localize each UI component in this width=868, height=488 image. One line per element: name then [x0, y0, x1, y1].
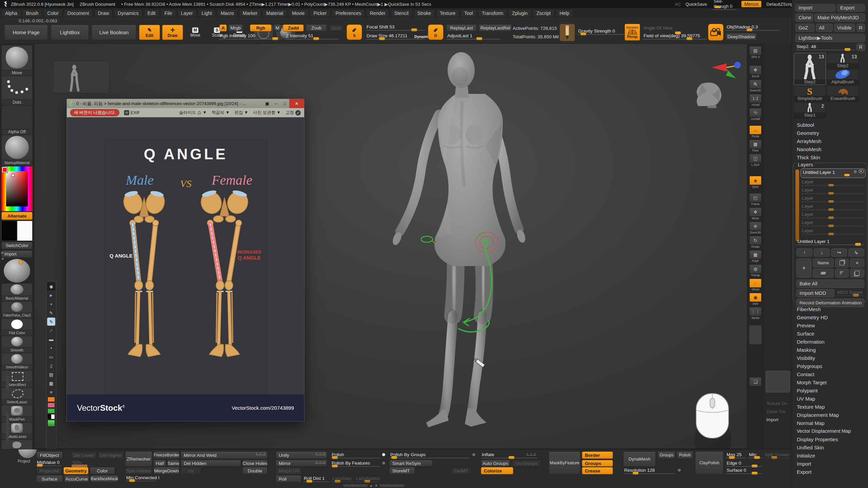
anno-trash-icon[interactable]: ▯ — [47, 362, 55, 370]
main-color-swatch[interactable] — [1, 221, 17, 241]
default-zscript-button[interactable]: DefaultZScript — [766, 2, 794, 7]
uv-groups-button[interactable]: Uv Groups — [512, 460, 541, 467]
polish-by-features-slider[interactable]: Polish By Features — [331, 461, 380, 467]
viewer-title-bar[interactable]: 0 - 비율, 리듬 > female-and-male-skeleton-di… — [67, 99, 304, 108]
same-button[interactable]: Same — [167, 460, 179, 467]
divider-grip[interactable] — [6, 412, 9, 443]
tool-thumb-step2[interactable]: 13Step2 — [827, 53, 859, 69]
strip-clone-txtr[interactable]: Clone Txtr — [766, 409, 786, 414]
section-surface[interactable]: Surface — [797, 331, 814, 337]
mirror-button[interactable]: MirrorX Y Z — [276, 460, 327, 467]
startup-material-thumb[interactable]: StartupMaterial — [1, 135, 33, 166]
anno-dot-icon[interactable]: • — [47, 344, 55, 352]
mid-value-slider[interactable]: MidValue 0 — [36, 460, 62, 467]
project-all-button[interactable]: ProjectAll — [36, 467, 62, 474]
layer-eye-icon[interactable] — [859, 169, 864, 173]
polish-by-features-toggle[interactable] — [382, 461, 386, 465]
layer-merge-button[interactable] — [813, 269, 834, 278]
roll-button[interactable]: Roll — [276, 475, 301, 483]
rotate-3d-button[interactable]: ↻Rotate — [749, 236, 762, 248]
viewer-minimize-button[interactable]: – — [272, 101, 280, 106]
edge-slider[interactable]: Edge 0 — [726, 461, 762, 467]
menu-macro[interactable]: Macro — [217, 9, 238, 17]
menu-preferences[interactable]: Preferences — [332, 9, 364, 17]
auto-groups-button[interactable]: Auto Groups — [481, 460, 510, 467]
head-bust-model[interactable] — [697, 82, 722, 108]
menu-render[interactable]: Render — [366, 9, 389, 17]
menu-zscript[interactable]: Zscript — [533, 9, 554, 17]
groups-button[interactable]: Groups — [582, 460, 613, 467]
material-basic-thumb[interactable]: BasicMaterial — [1, 283, 33, 301]
xpose-button[interactable]: ⋮⋮Xpose — [749, 307, 762, 320]
draw-button[interactable]: ✛Draw — [162, 25, 183, 40]
layer-row-3[interactable]: Layer — [802, 196, 864, 202]
doc-icon-button[interactable]: ❏ — [749, 377, 762, 386]
clay-polish-button[interactable]: ClayPolish — [695, 451, 724, 474]
make-polymesh3d-button[interactable]: Make PolyMesh3D — [814, 14, 865, 22]
quicksave-button[interactable]: QuickSave — [686, 2, 707, 7]
active-layer-dot[interactable] — [844, 174, 850, 176]
layer-new-button[interactable]: + — [796, 259, 811, 278]
del-hidden-button[interactable]: Del Hidden — [181, 460, 241, 467]
sdiv-slider[interactable]: SDiv — [71, 460, 97, 467]
layer-redo-button[interactable]: ↪ — [831, 248, 847, 257]
render-camera-button[interactable] — [708, 24, 724, 41]
female-model[interactable] — [391, 52, 527, 427]
fill-object-button[interactable]: FillObject — [36, 451, 63, 459]
viewer-fullscreen-button[interactable]: ▣ — [263, 101, 272, 106]
layer-split-button[interactable] — [835, 269, 849, 278]
anno-menu-icon[interactable]: ◉ — [47, 282, 55, 290]
layer-copy-button[interactable] — [850, 269, 864, 278]
replay-last-button[interactable]: ReplayLast — [446, 24, 477, 32]
anno-select-icon[interactable]: + — [47, 300, 55, 308]
menu-dynamics[interactable]: Dynamics — [114, 9, 142, 17]
frame-button[interactable]: ◰Frame — [749, 193, 762, 206]
section-polygroups[interactable]: Polygroups — [797, 363, 822, 369]
scroll-button[interactable]: ✥Scroll — [749, 65, 762, 78]
sv-cursor[interactable] — [12, 174, 15, 177]
del-higher-button[interactable]: Del Higher — [98, 451, 124, 459]
section-import[interactable]: Import — [797, 461, 811, 467]
uv-button[interactable]: Uv — [181, 467, 201, 474]
color-button[interactable]: Color — [90, 467, 115, 474]
spix-slider[interactable]: ▤SPix 3 — [749, 46, 762, 59]
goz-all-button[interactable]: All — [816, 24, 833, 32]
layer-rec-icon[interactable] — [854, 170, 857, 173]
slideshow-menu[interactable]: 슬라이드 쇼 ▼ — [179, 110, 207, 116]
menu-material[interactable]: Material — [262, 9, 287, 17]
resolution-slider[interactable]: Resolution 128 — [623, 468, 675, 474]
material-fabio-thumb[interactable]: FabioPaiva_Clay2 — [1, 301, 33, 319]
anno-list-icon[interactable]: ≡ — [47, 388, 55, 396]
unify-button[interactable]: UnifyX Y Z — [276, 451, 327, 459]
live-boolean-button[interactable]: Live Boolean — [92, 25, 136, 40]
bookmark-menu[interactable]: 책갈피 ▼ — [212, 110, 230, 116]
section-arraymesh[interactable]: ArrayMesh — [797, 138, 822, 144]
menu-picker[interactable]: Picker — [310, 9, 331, 17]
section-deformation[interactable]: Deformation — [797, 339, 825, 345]
section-initialize[interactable]: Initialize — [797, 453, 815, 459]
replay-last-rel-button[interactable]: ReplayLastRel — [479, 24, 512, 32]
polish-toggle[interactable] — [382, 453, 386, 456]
section-geometry[interactable]: Geometry — [797, 130, 819, 136]
brush-smooth-valleys-thumb[interactable]: SmoothValleys — [1, 353, 33, 370]
section-thickskin[interactable]: Thick Skin — [797, 155, 820, 160]
section-normal-map[interactable]: Normal Map — [797, 420, 825, 426]
tool-thumb-eraserbrush[interactable]: EraserBrush — [827, 86, 859, 102]
section-preview[interactable]: Preview — [797, 323, 815, 328]
menu-tool[interactable]: Tool — [460, 9, 477, 17]
zoom3d-lower-button[interactable]: ⊕Zoom3D — [749, 222, 762, 234]
menu-stroke[interactable]: Stroke — [414, 9, 435, 17]
gravity-strength-slider[interactable]: Gravity Strength 0 — [577, 28, 626, 35]
dynamesh-groups-button[interactable]: Groups — [658, 451, 675, 459]
geometry-button[interactable]: Geometry — [63, 467, 88, 474]
dynamesh-polish-button[interactable]: Polish — [677, 451, 693, 459]
goz-visible-button[interactable]: Visible — [834, 24, 855, 32]
max-slider[interactable]: Max 25 — [726, 452, 747, 459]
anno-pencil-icon-selected[interactable]: ✎ — [47, 318, 55, 326]
anno-color-green[interactable] — [47, 408, 55, 413]
layer-duplicate-button[interactable] — [835, 259, 849, 267]
polish-by-groups-toggle[interactable] — [472, 453, 476, 456]
lazy-step-slider[interactable]: LazyStep — [331, 476, 354, 483]
qxyz-toggle[interactable]: ◈Qxyz — [749, 176, 762, 188]
section-subtool[interactable]: Subtool — [797, 122, 814, 128]
